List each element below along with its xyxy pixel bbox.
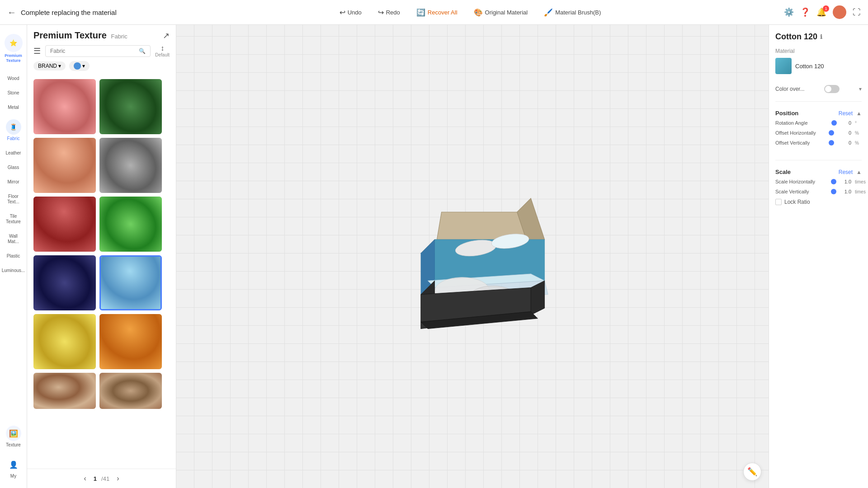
divider [775,101,862,102]
topbar: ← Complete replacing the material ↩ Undo… [0,0,868,25]
texture-item[interactable] [33,314,96,369]
lock-ratio-checkbox[interactable] [775,199,782,205]
back-button[interactable]: ← [7,7,16,18]
topbar-right: ⚙️ ❓ 🔔 1 ⛶ [770,5,861,19]
prev-page-button[interactable]: ‹ [81,474,89,483]
scale-v-slider-row: Scale Vertically 1.0 times [775,189,862,194]
texture-row [33,255,170,310]
sidebar-item-wall-material[interactable]: Wall Mat... [2,230,25,248]
bed-model [387,184,558,329]
toggle-knob [825,86,831,92]
chevron-down-icon: ▾ [82,63,85,69]
undo-button[interactable]: ↩ Undo [336,6,365,19]
next-page-button[interactable]: › [114,474,122,483]
expand-icon[interactable]: ⛶ [853,8,861,17]
icon-sidebar: ⭐ PremiumTexture Wood Stone Metal 🧵 Fabr… [0,25,27,488]
main-layout: ⭐ PremiumTexture Wood Stone Metal 🧵 Fabr… [0,25,868,488]
material-thumbnail [775,58,792,74]
sidebar-item-wood[interactable]: Wood [2,72,25,85]
scale-collapse-icon[interactable]: ▲ [856,169,862,175]
sidebar-item-my[interactable]: 👤 My [2,453,25,483]
color-override-toggle[interactable] [824,85,840,93]
search-box[interactable]: 🔍 [45,45,151,57]
texture-item[interactable] [33,373,96,409]
material-brush-button[interactable]: 🖌️ Material Brush(B) [540,6,604,19]
texture-row [33,79,170,134]
texture-item[interactable] [33,255,96,310]
panel-title: Premium Texture [33,30,107,40]
feedback-button[interactable]: ✏️ [743,463,761,481]
color-filter[interactable]: ▾ [69,61,90,71]
panel-footer: ‹ 1 /41 › [27,469,176,488]
scale-section-header: Scale Reset ▲ [775,169,862,175]
sidebar-item-fabric[interactable]: 🧵 Fabric [2,116,25,145]
current-page: 1 [94,475,97,482]
recover-icon: 🔄 [416,8,425,17]
scale-reset-button[interactable]: Reset [839,169,853,175]
lock-ratio-row: Lock Ratio [775,199,862,205]
sidebar-item-luminous[interactable]: Luminous... [2,264,25,277]
topbar-center: ↩ Undo ↪ Redo 🔄 Recover All 🎨 Original M… [170,6,770,19]
info-icon[interactable]: ℹ [820,33,822,40]
texture-item-selected[interactable] [99,255,162,310]
panel-expand-icon[interactable]: ↗ [163,31,170,41]
texture-row [33,314,170,369]
search-icon: 🔍 [139,48,146,54]
redo-icon: ↪ [378,8,384,17]
divider [775,160,862,160]
sidebar-item-premium-texture[interactable]: ⭐ PremiumTexture [2,30,25,67]
brand-filter[interactable]: BRAND ▾ [33,61,66,70]
material-section: Material Cotton 120 [775,48,862,74]
filter-icon[interactable]: ☰ [33,46,41,56]
material-item: Cotton 120 [775,58,862,74]
sidebar-item-plastic[interactable]: Plastic [2,250,25,263]
pagination: ‹ 1 /41 › [81,474,122,483]
notifications-icon[interactable]: 🔔 1 [816,7,826,17]
page-title: Complete replacing the material [21,9,117,16]
color-swatch [74,62,81,70]
sidebar-item-metal[interactable]: Metal [2,101,25,114]
original-material-icon: 🎨 [474,8,483,17]
texture-panel: Premium Texture Fabric ↗ ☰ 🔍 ↕ Default B… [27,25,176,488]
material-brush-icon: 🖌️ [544,8,553,17]
panel-tools: ☰ 🔍 ↕ Default [27,44,176,61]
recover-button[interactable]: 🔄 Recover All [413,6,461,19]
settings-icon[interactable]: ⚙️ [784,7,794,17]
sidebar-item-leather[interactable]: Leather [2,147,25,160]
chevron-down-icon: ▾ [58,63,61,69]
feedback-icon: ✏️ [747,467,757,477]
scale-section: Scale Reset ▲ Scale Horizontally 1.0 tim… [775,169,862,205]
texture-row [33,138,170,193]
sidebar-item-floor-texture[interactable]: Floor Text... [2,190,25,208]
sidebar-item-stone[interactable]: Stone [2,87,25,99]
texture-item[interactable] [99,197,162,252]
sidebar-item-tile-texture[interactable]: Tile Texture [2,210,25,228]
search-input[interactable] [50,48,136,54]
undo-icon: ↩ [340,8,345,17]
sidebar-item-mirror[interactable]: Mirror [2,176,25,188]
texture-item[interactable] [33,197,96,252]
position-collapse-icon[interactable]: ▲ [856,110,862,117]
color-override-row: Color over... ▾ [775,85,862,93]
texture-item[interactable] [33,79,96,134]
position-reset-button[interactable]: Reset [839,110,853,117]
redo-button[interactable]: ↪ Redo [374,6,404,19]
sidebar-item-texture[interactable]: 🖼️ Texture [2,422,25,451]
canvas-area[interactable]: ✏️ [176,25,769,488]
texture-item[interactable] [99,79,162,134]
texture-grid [27,75,176,469]
help-icon[interactable]: ❓ [800,7,810,17]
sidebar-item-glass[interactable]: Glass [2,161,25,174]
panel-subtitle: Fabric [111,33,127,40]
color-override-dropdown[interactable]: ▾ [859,86,862,92]
panel-header: Premium Texture Fabric ↗ [27,25,176,44]
total-pages: /41 [101,475,109,482]
avatar[interactable] [833,5,846,19]
original-material-button[interactable]: 🎨 Original Material [470,6,532,19]
texture-item[interactable] [99,138,162,193]
texture-item[interactable] [99,373,162,409]
texture-item[interactable] [33,138,96,193]
offset-v-slider-row: Offset Vertically 0 % [775,140,862,145]
sort-button[interactable]: ↕ Default [155,44,170,57]
texture-item[interactable] [99,314,162,369]
